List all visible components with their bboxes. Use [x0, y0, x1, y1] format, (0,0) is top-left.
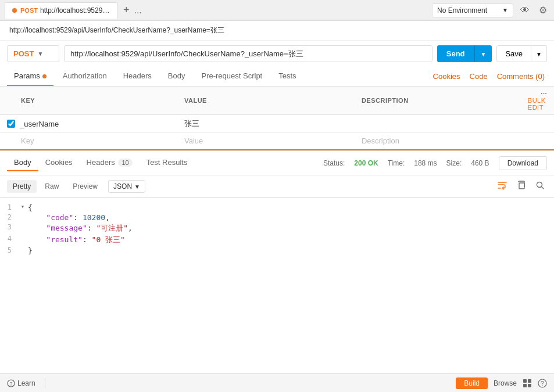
copy-icon: [517, 181, 526, 190]
code-content-4: "result": "0 张三": [28, 235, 125, 245]
col-value: VALUE: [177, 87, 355, 115]
rbtab-pretty[interactable]: Pretty: [7, 180, 37, 193]
params-table: KEY VALUE DESCRIPTION ··· Bulk Edit: [0, 87, 554, 149]
rbtab-raw[interactable]: Raw: [39, 180, 65, 193]
line-num-3: 3: [0, 223, 21, 231]
placeholder-action: [521, 133, 554, 149]
method-label: POST: [13, 49, 34, 58]
tab-authorization[interactable]: Authorization: [56, 67, 114, 86]
tab-prerequest[interactable]: Pre-request Script: [194, 67, 269, 86]
rbtab-preview[interactable]: Preview: [67, 180, 103, 193]
response-header: Body Cookies Headers 10 Test Results Sta…: [0, 150, 554, 175]
wrap-icon-button[interactable]: [495, 178, 510, 195]
params-tabs: Params Authorization Headers Body Pre-re…: [0, 67, 554, 87]
headers-badge: 10: [118, 159, 132, 167]
chevron-down-icon: ▼: [134, 184, 140, 190]
collapse-arrow-1[interactable]: ▾: [21, 203, 28, 210]
add-tab-button[interactable]: +: [119, 4, 134, 16]
resp-tab-headers[interactable]: Headers 10: [80, 154, 140, 171]
browse-link[interactable]: Browse: [494, 379, 517, 387]
eye-icon: 👁: [520, 5, 530, 15]
table-header-row: KEY VALUE DESCRIPTION ··· Bulk Edit: [0, 87, 554, 115]
resp-tab-testresults[interactable]: Test Results: [140, 154, 195, 171]
code-line-5: 5 }: [0, 246, 554, 256]
grid-icon: [523, 379, 532, 388]
code-line-4: 4 "result": "0 张三": [0, 234, 554, 246]
save-dropdown-button[interactable]: ▼: [531, 45, 547, 62]
tab-tests[interactable]: Tests: [271, 67, 303, 86]
tab-params[interactable]: Params: [7, 67, 53, 86]
status-info: Status: 200 OK Time: 188 ms Size: 460 B …: [323, 156, 547, 170]
tab-code-right[interactable]: Code: [467, 67, 490, 85]
table-placeholder-row: Key Value Description: [0, 133, 554, 149]
save-button[interactable]: Save: [496, 45, 531, 62]
resp-body-tabs: Pretty Raw Preview JSON ▼: [0, 175, 554, 198]
copy-icon-button[interactable]: [514, 178, 528, 195]
bulk-edit-button[interactable]: Bulk Edit: [528, 97, 547, 111]
tab-post[interactable]: POST http://localhost:9529/api/UserI...: [5, 2, 117, 19]
svg-rect-4: [523, 379, 527, 383]
send-dropdown-button[interactable]: ▼: [474, 45, 492, 62]
tab-method: POST: [20, 7, 38, 14]
download-button[interactable]: Download: [499, 156, 547, 170]
resp-tab-body[interactable]: Body: [7, 154, 38, 171]
more-tabs-button[interactable]: ...: [134, 5, 141, 16]
size-label: Size:: [446, 159, 462, 167]
tab-comments-right[interactable]: Comments (0): [495, 67, 547, 85]
svg-text:?: ?: [541, 380, 544, 387]
gear-icon: ⚙: [539, 5, 547, 15]
chevron-down-icon: ▼: [481, 51, 487, 57]
right-tabs: Cookies Code Comments (0): [431, 67, 547, 85]
chevron-down-icon: ▼: [502, 7, 508, 13]
divider: [45, 377, 45, 389]
code-content-2: "code": 10200,: [28, 213, 110, 222]
method-url-row: POST ▼ Send ▼ Save ▼: [0, 41, 554, 67]
save-group: Save ▼: [496, 45, 547, 62]
format-select[interactable]: JSON ▼: [108, 180, 145, 193]
line-num-2: 2: [0, 213, 21, 221]
svg-rect-7: [528, 384, 531, 387]
env-select[interactable]: No Environment ▼: [432, 3, 513, 17]
col-actions: ··· Bulk Edit: [521, 87, 554, 115]
param-desc-cell: [355, 115, 521, 133]
tab-headers[interactable]: Headers: [116, 67, 159, 86]
search-icon: [535, 181, 545, 190]
params-dot: [42, 74, 47, 78]
col-key: KEY: [0, 87, 177, 115]
svg-point-1: [537, 182, 542, 188]
table-row: _userName 张三: [0, 115, 554, 133]
learn-link[interactable]: Learn: [17, 379, 35, 387]
send-group: Send ▼: [437, 45, 492, 62]
help-icon: ?: [538, 379, 547, 388]
line-num-1: 1: [0, 203, 21, 211]
size-value: 460 B: [471, 159, 489, 167]
param-action-cell: [521, 115, 554, 133]
more-icon: ···: [541, 90, 547, 97]
param-checkbox[interactable]: [7, 120, 15, 128]
search-icon-button[interactable]: [533, 178, 547, 195]
placeholder-key: Key: [0, 133, 177, 149]
svg-text:?: ?: [9, 381, 12, 387]
tab-dot: [12, 8, 17, 13]
send-button[interactable]: Send: [437, 45, 474, 62]
svg-rect-0: [519, 183, 524, 189]
method-chevron-icon: ▼: [37, 51, 43, 57]
resp-actions: [495, 178, 547, 195]
code-area: 1 ▾ { 2 "code": 10200, 3 "message": "可注册…: [0, 198, 554, 279]
code-line-3: 3 "message": "可注册",: [0, 222, 554, 234]
line-num-4: 4: [0, 235, 21, 243]
env-bar: No Environment ▼ 👁 ⚙: [432, 2, 549, 18]
resp-tab-cookies[interactable]: Cookies: [38, 154, 80, 171]
env-label: No Environment: [437, 6, 487, 15]
code-content-3: "message": "可注册",: [28, 223, 133, 233]
code-brace-open: {: [28, 203, 33, 212]
build-button[interactable]: Build: [456, 377, 488, 389]
bottom-bar: ? Learn Build Browse ?: [0, 373, 554, 392]
tab-body[interactable]: Body: [161, 67, 192, 86]
gear-icon-button[interactable]: ⚙: [537, 2, 549, 18]
url-input[interactable]: [64, 45, 433, 62]
tab-cookies-right[interactable]: Cookies: [431, 67, 463, 85]
eye-icon-button[interactable]: 👁: [518, 3, 532, 18]
time-value: 188 ms: [414, 159, 437, 167]
method-select[interactable]: POST ▼: [7, 45, 59, 62]
